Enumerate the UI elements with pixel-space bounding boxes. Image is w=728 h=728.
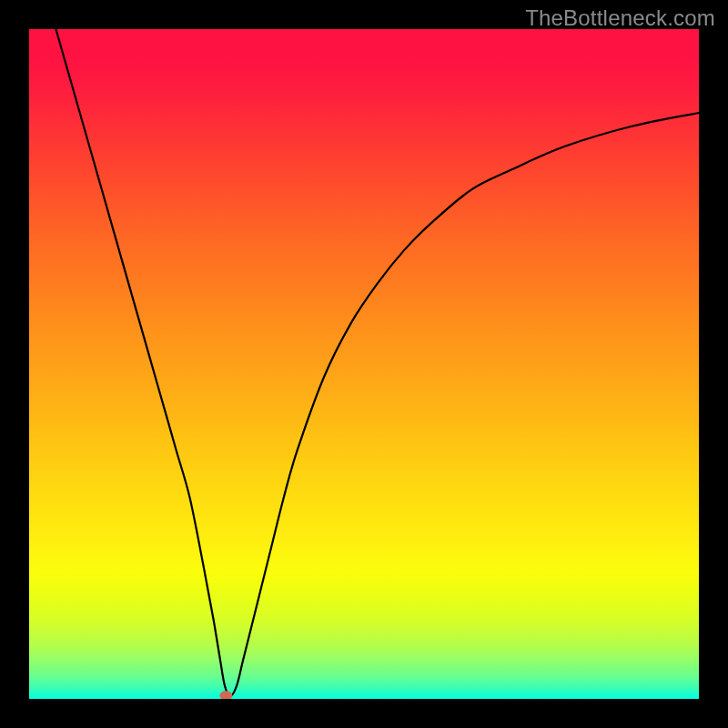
chart-svg bbox=[29, 29, 699, 699]
optimum-marker bbox=[219, 691, 232, 699]
watermark-text: TheBottleneck.com bbox=[525, 5, 715, 31]
gradient-plot-area bbox=[29, 29, 699, 699]
bottleneck-curve bbox=[56, 29, 699, 696]
chart-frame: TheBottleneck.com bbox=[0, 0, 728, 728]
